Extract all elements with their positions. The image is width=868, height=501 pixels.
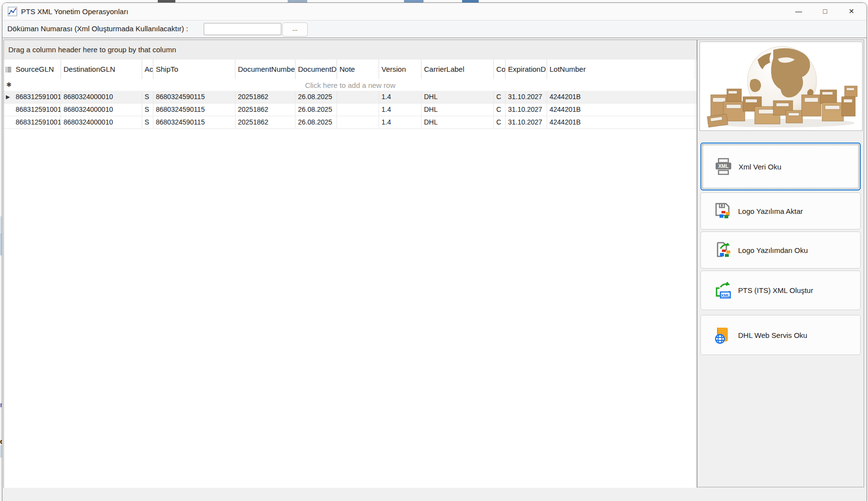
line-chart-icon (8, 7, 17, 16)
cell-shipTo[interactable]: 8680324590115 (153, 104, 235, 116)
xml-veri-oku-button[interactable]: XMLXml Veri Oku (700, 143, 861, 190)
table-row[interactable]: ▶8683125910018680324000010S8680324590115… (4, 91, 697, 104)
group-by-hint: Drag a column header here to group by th… (4, 40, 697, 54)
cell-lotNumber[interactable]: 4244201B (547, 104, 696, 116)
save-floppy-icon (714, 202, 732, 220)
browse-button[interactable]: ... (282, 22, 308, 37)
current-row-indicator: ▶ (6, 91, 10, 103)
pts-xml-olustur-button[interactable]: XMLPTS (ITS) XML Oluştur (700, 271, 861, 310)
dhl-web-servis-oku-button[interactable]: DHL Web Servis Oku (700, 315, 861, 355)
button-label: Logo Yazılıma Aktar (738, 207, 803, 215)
table-row[interactable]: 8683125910018680324000010S86803245901152… (4, 104, 697, 116)
cell-expirationDate[interactable]: 31.10.2027 (506, 116, 547, 128)
cell-co[interactable]: C (494, 91, 506, 103)
cell-carrierLabel[interactable]: DHL (422, 116, 494, 128)
cell-expirationDate[interactable]: 31.10.2027 (506, 104, 547, 116)
cell-sourceGLN[interactable]: 868312591001 (13, 104, 61, 116)
button-label: PTS (ITS) XML Oluştur (738, 286, 813, 294)
cell-lotNumber[interactable]: 4244201B (547, 91, 696, 103)
cell-ac[interactable]: S (142, 116, 153, 128)
cell-note[interactable] (337, 104, 379, 116)
cell-shipTo[interactable]: 8680324590115 (153, 91, 235, 103)
column-header-documentDate[interactable]: DocumentD (296, 60, 337, 79)
table-row[interactable]: 8683125910018680324000010S86803245901152… (4, 116, 697, 129)
new-row-hint[interactable]: Click here to add a new row (4, 80, 697, 91)
cell-ac[interactable]: S (142, 91, 153, 103)
cell-version[interactable]: 1.4 (379, 91, 422, 103)
column-header-shipTo[interactable]: ShipTo (153, 60, 235, 79)
cell-documentNumber[interactable]: 20251862 (235, 91, 296, 103)
cell-version[interactable]: 1.4 (379, 116, 422, 128)
logo-yazilima-aktar-button[interactable]: Logo Yazılıma Aktar (700, 192, 861, 230)
cell-lotNumber[interactable]: 4244201B (547, 116, 696, 128)
cell-destinationGLN[interactable]: 8680324000010 (61, 116, 142, 128)
window-title: PTS XML Yonetim Operasyonları (21, 3, 128, 20)
cell-documentNumber[interactable]: 20251862 (235, 116, 296, 128)
column-header-sourceGLN[interactable]: SourceGLN (13, 60, 61, 79)
new-row-line[interactable]: ✱ Click here to add a new row (4, 80, 697, 91)
column-header-destinationGLN[interactable]: DestinationGLN (61, 60, 142, 79)
column-header-note[interactable]: Note (337, 60, 379, 79)
cell-note[interactable] (337, 91, 379, 103)
button-label: DHL Web Servis Oku (738, 331, 807, 339)
xml-badge-icon: XML (714, 157, 733, 176)
cell-documentNumber[interactable]: 20251862 (235, 104, 296, 116)
minimize-button[interactable]: — (787, 3, 810, 20)
cell-documentDate[interactable]: 26.08.2025 (296, 116, 337, 128)
title-bar: PTS XML Yonetim Operasyonları — □ ✕ (2, 3, 867, 21)
side-panel: XMLXml Veri OkuLogo Yazılıma AktarLogo Y… (697, 40, 864, 487)
logo-yazilimdan-oku-button[interactable]: Logo Yazılımdan Oku (700, 231, 861, 269)
column-header-co[interactable]: Co (494, 60, 506, 79)
cell-note[interactable] (337, 116, 379, 128)
svg-text:XML: XML (721, 292, 730, 297)
cell-expirationDate[interactable]: 31.10.2027 (506, 91, 547, 103)
cell-sourceGLN[interactable]: 868312591001 (13, 91, 61, 103)
xml-create-icon: XML (714, 281, 732, 300)
column-header-ac[interactable]: Ac (142, 60, 153, 79)
cell-co[interactable]: C (494, 104, 506, 116)
cell-carrierLabel[interactable]: DHL (422, 91, 494, 103)
app-window: PTS XML Yonetim Operasyonları — □ ✕ Dökü… (2, 2, 867, 501)
cell-sourceGLN[interactable]: 868312591001 (13, 116, 61, 128)
cell-destinationGLN[interactable]: 8680324000010 (61, 91, 142, 103)
group-by-panel[interactable]: Drag a column header here to group by th… (4, 40, 697, 60)
document-number-label: Döküman Numarası (Xml Oluşturmada Kullan… (7, 21, 188, 38)
svg-text:XML: XML (718, 164, 728, 169)
cell-version[interactable]: 1.4 (379, 104, 422, 116)
status-strip (2, 488, 867, 501)
column-header-carrierLabel[interactable]: CarrierLabel (422, 60, 494, 79)
column-header-row: SourceGLNDestinationGLNAcShipToDocumentN… (4, 60, 697, 80)
column-header-documentNumber[interactable]: DocumentNumbe (235, 60, 296, 79)
cell-ac[interactable]: S (142, 104, 153, 116)
cell-shipTo[interactable]: 8680324590115 (153, 116, 235, 128)
row-indicator-header-icon (5, 66, 12, 73)
toolbar: Döküman Numarası (Xml Oluşturmada Kullan… (2, 21, 867, 38)
button-label: Logo Yazılımdan Oku (738, 246, 808, 254)
document-export-icon (714, 241, 732, 259)
button-label: Xml Veri Oku (739, 163, 782, 171)
cell-carrierLabel[interactable]: DHL (422, 104, 494, 116)
cell-documentDate[interactable]: 26.08.2025 (296, 91, 337, 103)
cell-documentDate[interactable]: 26.08.2025 (296, 104, 337, 116)
document-number-input[interactable] (204, 23, 281, 35)
globe-boxes-image (699, 42, 863, 131)
close-button[interactable]: ✕ (840, 3, 863, 20)
data-grid: Drag a column header here to group by th… (3, 40, 697, 488)
maximize-button[interactable]: □ (814, 3, 836, 20)
book-globe-icon (714, 326, 732, 344)
column-header-lotNumber[interactable]: LotNumber (547, 60, 696, 79)
cell-destinationGLN[interactable]: 8680324000010 (61, 104, 142, 116)
column-header-version[interactable]: Version (379, 60, 422, 79)
column-header-expirationDate[interactable]: ExpirationD (506, 60, 547, 79)
cell-co[interactable]: C (494, 116, 506, 128)
